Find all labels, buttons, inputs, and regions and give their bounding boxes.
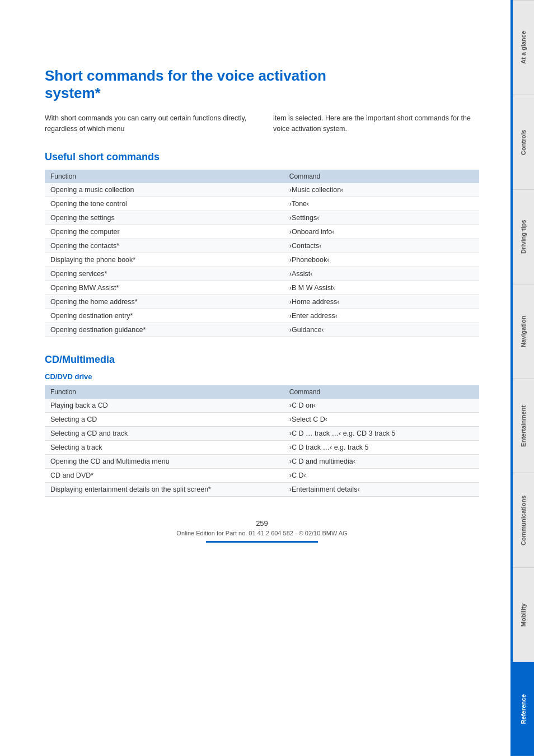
table-row: Selecting a CD and track›C D … track …‹ …	[45, 426, 479, 440]
table2-col1-header: Function	[45, 385, 284, 399]
command-cell: ›Phonebook‹	[284, 253, 479, 267]
page-footer: 259 Online Edition for Part no. 01 41 2 …	[45, 519, 479, 543]
command-cell: ›Assist‹	[284, 267, 479, 281]
table-row: Opening the CD and Multimedia menu›C D a…	[45, 454, 479, 468]
table-row: Opening the computer›Onboard info‹	[45, 225, 479, 239]
command-cell: ›Onboard info‹	[284, 225, 479, 239]
page-number: 259	[45, 519, 479, 528]
table-row: Opening destination entry*›Enter address…	[45, 309, 479, 323]
command-cell: ›C D and multimedia‹	[284, 454, 479, 468]
intro-section: With short commands you can carry out ce…	[45, 113, 479, 134]
table-row: Playing back a CD›C D on‹	[45, 399, 479, 413]
function-cell: Opening the tone control	[45, 197, 284, 211]
command-cell: ›C D track …‹ e.g. track 5	[284, 440, 479, 454]
command-cell: ›Contacts‹	[284, 239, 479, 253]
command-cell: ›C D on‹	[284, 399, 479, 413]
section1-heading: Useful short commands	[45, 151, 479, 163]
intro-right: item is selected. Here are the important…	[273, 113, 479, 134]
function-cell: Selecting a CD and track	[45, 426, 284, 440]
subsection2-heading: CD/DVD drive	[45, 372, 479, 381]
function-cell: Opening BMW Assist*	[45, 281, 284, 295]
main-content: Short commands for the voice activation …	[0, 0, 513, 756]
section2-heading: CD/Multimedia	[45, 354, 479, 366]
side-tab-reference[interactable]: Reference	[513, 662, 534, 756]
function-cell: Opening the computer	[45, 225, 284, 239]
useful-commands-table: Function Command Opening a music collect…	[45, 170, 479, 337]
command-cell: ›Tone‹	[284, 197, 479, 211]
command-cell: ›Home address‹	[284, 295, 479, 309]
footer-text: Online Edition for Part no. 01 41 2 604 …	[176, 530, 347, 536]
command-cell: ›C D‹	[284, 468, 479, 482]
function-cell: Displaying the phone book*	[45, 253, 284, 267]
command-cell: ›Enter address‹	[284, 309, 479, 323]
function-cell: Opening destination guidance*	[45, 323, 284, 337]
table-row: Opening the contacts*›Contacts‹	[45, 239, 479, 253]
function-cell: CD and DVD*	[45, 468, 284, 482]
side-tab-driving-tips[interactable]: Driving tips	[513, 189, 534, 284]
function-cell: Displaying entertainment details on the …	[45, 482, 284, 496]
command-cell: ›Music collection‹	[284, 183, 479, 197]
title-line2: system*	[45, 85, 101, 101]
page-title: Short commands for the voice activation …	[45, 67, 479, 102]
table-row: Opening services*›Assist‹	[45, 267, 479, 281]
command-cell: ›Select C D‹	[284, 412, 479, 426]
function-cell: Selecting a CD	[45, 412, 284, 426]
function-cell: Playing back a CD	[45, 399, 284, 413]
function-cell: Opening the contacts*	[45, 239, 284, 253]
side-tabs: At a glanceControlsDriving tipsNavigatio…	[513, 0, 534, 756]
table-row: Opening a music collection›Music collect…	[45, 183, 479, 197]
table-row: Displaying the phone book*›Phonebook‹	[45, 253, 479, 267]
command-cell: ›Settings‹	[284, 211, 479, 225]
intro-left: With short commands you can carry out ce…	[45, 113, 251, 134]
command-cell: ›Guidance‹	[284, 323, 479, 337]
table1-col1-header: Function	[45, 170, 284, 183]
side-tab-mobility[interactable]: Mobility	[513, 567, 534, 662]
title-line1: Short commands for the voice activation	[45, 67, 326, 84]
table-row: Selecting a CD›Select C D‹	[45, 412, 479, 426]
table-row: Opening the home address*›Home address‹	[45, 295, 479, 309]
table-row: Selecting a track›C D track …‹ e.g. trac…	[45, 440, 479, 454]
function-cell: Opening a music collection	[45, 183, 284, 197]
function-cell: Opening the home address*	[45, 295, 284, 309]
side-tab-entertainment[interactable]: Entertainment	[513, 379, 534, 473]
page-wrapper: Short commands for the voice activation …	[0, 0, 534, 756]
command-cell: ›Entertainment details‹	[284, 482, 479, 496]
function-cell: Opening destination entry*	[45, 309, 284, 323]
table-row: Opening BMW Assist*›B M W Assist‹	[45, 281, 479, 295]
side-tab-navigation[interactable]: Navigation	[513, 284, 534, 379]
command-cell: ›C D … track …‹ e.g. CD 3 track 5	[284, 426, 479, 440]
table-row: Opening the settings›Settings‹	[45, 211, 479, 225]
function-cell: Opening the CD and Multimedia menu	[45, 454, 284, 468]
footer-line	[206, 541, 318, 543]
side-tab-communications[interactable]: Communications	[513, 473, 534, 567]
function-cell: Opening the settings	[45, 211, 284, 225]
cd-multimedia-table: Function Command Playing back a CD›C D o…	[45, 385, 479, 497]
command-cell: ›B M W Assist‹	[284, 281, 479, 295]
table-row: Displaying entertainment details on the …	[45, 482, 479, 496]
table-row: Opening destination guidance*›Guidance‹	[45, 323, 479, 337]
function-cell: Opening services*	[45, 267, 284, 281]
side-tab-at-a-glance[interactable]: At a glance	[513, 0, 534, 95]
table-row: CD and DVD*›C D‹	[45, 468, 479, 482]
table2-col2-header: Command	[284, 385, 479, 399]
table1-col2-header: Command	[284, 170, 479, 183]
table-row: Opening the tone control›Tone‹	[45, 197, 479, 211]
side-tab-controls[interactable]: Controls	[513, 95, 534, 189]
function-cell: Selecting a track	[45, 440, 284, 454]
